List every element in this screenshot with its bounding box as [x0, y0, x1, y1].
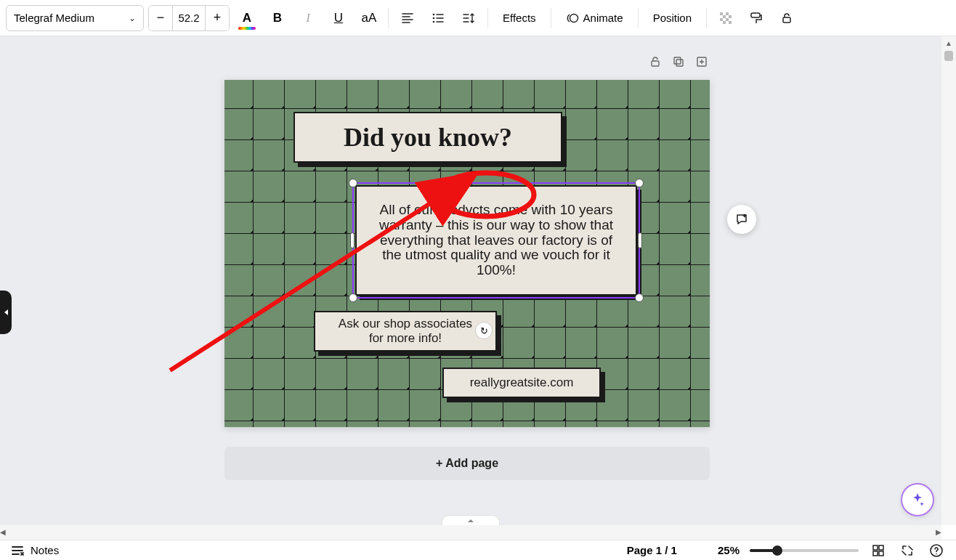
text-toolbar: Telegraf Medium ⌄ − + A B I U aA Effects… [0, 0, 956, 36]
font-size-increase[interactable]: + [206, 6, 229, 31]
body-text-box[interactable]: All of our prodycts come with 10 years w… [355, 185, 637, 296]
notes-button[interactable]: Notes [10, 543, 59, 558]
bottom-bar: Notes Page 1 / 1 25% [0, 540, 956, 560]
font-family-select[interactable]: Telegraf Medium ⌄ [6, 5, 144, 31]
paint-roller-icon [749, 11, 763, 25]
italic-button[interactable]: I [295, 5, 321, 31]
svg-rect-22 [873, 551, 878, 556]
vertical-scrollbar[interactable]: ▲ [941, 36, 956, 525]
duplicate-icon [672, 55, 685, 68]
scroll-up-icon[interactable]: ▲ [941, 36, 956, 49]
zoom-slider-knob[interactable] [772, 545, 782, 556]
fullscreen-icon [901, 544, 914, 557]
help-icon [929, 543, 944, 558]
svg-point-1 [433, 17, 435, 19]
svg-rect-16 [676, 60, 683, 66]
animate-icon [566, 12, 579, 25]
resize-handle-ml[interactable] [350, 232, 355, 248]
add-page-icon [695, 55, 708, 68]
svg-rect-9 [726, 18, 729, 21]
scroll-left-icon[interactable]: ◀ [0, 525, 6, 538]
help-button[interactable] [927, 541, 946, 560]
resize-handle-bl[interactable] [349, 293, 357, 302]
transparency-icon [718, 11, 733, 25]
svg-point-2 [433, 20, 435, 23]
svg-rect-12 [751, 13, 760, 17]
ask-text: Ask our shop associates for more info! [331, 317, 479, 345]
add-page-button[interactable] [694, 54, 710, 70]
lock-open-icon [780, 12, 793, 25]
zoom-percentage[interactable]: 25% [718, 544, 740, 556]
add-page-bar[interactable]: + Add page [224, 447, 710, 480]
align-button[interactable] [394, 5, 421, 31]
copy-style-button[interactable] [743, 5, 769, 31]
text-case-button[interactable]: aA [356, 5, 382, 31]
regenerate-button[interactable]: ↻ [475, 322, 493, 339]
scroll-thumb[interactable] [944, 51, 953, 61]
lock-open-icon [649, 55, 662, 68]
refresh-icon: ↻ [480, 325, 488, 336]
divider [706, 8, 707, 28]
list-button[interactable] [425, 5, 451, 31]
lock-button[interactable] [774, 5, 800, 31]
pages-drawer-handle[interactable] [442, 515, 500, 525]
fullscreen-button[interactable] [898, 541, 917, 560]
animate-button[interactable]: Animate [557, 5, 632, 31]
font-size-decrease[interactable]: − [149, 6, 172, 31]
effects-button[interactable]: Effects [494, 5, 545, 31]
grid-icon [872, 544, 885, 557]
font-family-value: Telegraf Medium [14, 12, 94, 24]
horizontal-scrollbar[interactable]: ◀ ▶ [0, 525, 941, 540]
workspace: Did you know? All of our prodycts come w… [0, 36, 941, 525]
divider [388, 8, 389, 28]
svg-point-0 [433, 13, 435, 15]
svg-rect-21 [879, 545, 883, 550]
resize-handle-br[interactable] [635, 293, 644, 302]
svg-rect-10 [723, 21, 726, 24]
assistant-fab[interactable] [901, 483, 934, 516]
resize-handle-mr[interactable] [638, 232, 642, 248]
divider [487, 8, 488, 28]
canvas-wrapper: Did you know? All of our prodycts come w… [224, 80, 710, 427]
zoom-slider[interactable] [750, 549, 859, 552]
svg-rect-11 [729, 21, 732, 24]
spacing-button[interactable] [455, 5, 482, 31]
resize-handle-tl[interactable] [349, 179, 357, 187]
svg-rect-6 [723, 15, 726, 18]
align-icon [401, 12, 414, 25]
sparkle-chat-icon [734, 212, 749, 227]
divider [551, 8, 551, 28]
position-button[interactable]: Position [644, 5, 700, 31]
page-lock-button[interactable] [647, 54, 663, 70]
svg-rect-5 [726, 12, 729, 15]
svg-rect-20 [873, 545, 878, 550]
ai-suggestion-button[interactable] [727, 205, 756, 234]
website-text-box[interactable]: reallygreatsite.com [442, 368, 601, 398]
body-text: All of our prodycts come with 10 years w… [373, 203, 620, 278]
design-canvas[interactable]: Did you know? All of our prodycts come w… [224, 80, 710, 427]
sparkle-icon [910, 492, 925, 508]
page-indicator[interactable]: Page 1 / 1 [627, 544, 677, 556]
font-size-input[interactable] [172, 6, 206, 31]
svg-rect-13 [783, 17, 790, 23]
canvas-page-tools [647, 54, 710, 70]
title-text: Did you know? [344, 122, 512, 153]
scroll-right-icon[interactable]: ▶ [936, 525, 941, 538]
duplicate-page-button[interactable] [671, 54, 686, 70]
svg-rect-7 [729, 15, 732, 18]
side-panel-toggle[interactable] [0, 291, 12, 334]
notes-label: Notes [31, 544, 59, 556]
title-text-box[interactable]: Did you know? [293, 112, 562, 163]
chevron-down-icon: ⌄ [129, 13, 136, 23]
transparency-button[interactable] [713, 5, 739, 31]
divider [638, 8, 639, 28]
grid-view-button[interactable] [869, 541, 888, 560]
ask-text-box[interactable]: Ask our shop associates for more info! [314, 311, 497, 352]
resize-handle-tr[interactable] [635, 179, 644, 187]
svg-rect-23 [879, 551, 883, 556]
spacing-icon [462, 12, 475, 25]
text-color-button[interactable]: A [234, 5, 260, 31]
website-text: reallygreatsite.com [470, 376, 574, 390]
bold-button[interactable]: B [264, 5, 291, 31]
underline-button[interactable]: U [325, 5, 352, 31]
